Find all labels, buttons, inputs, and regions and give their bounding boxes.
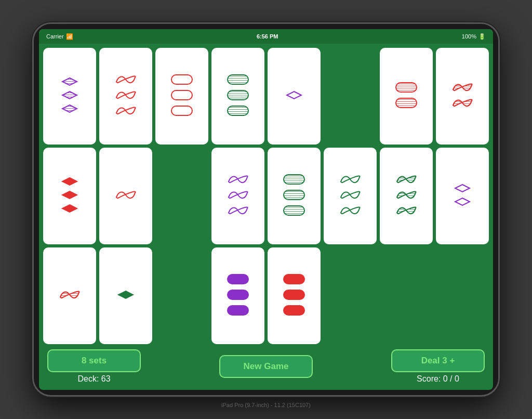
- svg-rect-55: [284, 206, 304, 215]
- squiggle-shape: [339, 174, 362, 187]
- empty-slot: [155, 247, 208, 344]
- carrier-label: Carrier: [46, 33, 64, 40]
- empty-slot: [380, 247, 433, 344]
- diamond-shape: [61, 177, 78, 188]
- svg-rect-20: [228, 75, 248, 84]
- svg-rect-17: [171, 106, 192, 115]
- card[interactable]: [99, 148, 152, 244]
- card[interactable]: [380, 48, 433, 145]
- svg-rect-26: [228, 106, 248, 115]
- score-info: Score: 0 / 0: [417, 374, 459, 384]
- new-game-group: New Game: [219, 355, 313, 378]
- status-bar: Carrier 📶 6:56 PM 100% 🔋: [39, 29, 493, 44]
- oval-shape: [395, 82, 418, 95]
- squiggle-shape: [58, 289, 81, 303]
- oval-shape: [283, 205, 305, 218]
- svg-rect-77: [228, 306, 248, 315]
- squiggle-shape: [114, 74, 137, 87]
- card[interactable]: [268, 247, 321, 344]
- wifi-icon: 📶: [66, 33, 73, 40]
- svg-rect-86: [284, 306, 304, 315]
- svg-marker-5: [62, 105, 77, 112]
- card[interactable]: [268, 48, 321, 145]
- battery-label: 100%: [462, 33, 476, 40]
- card[interactable]: [436, 48, 489, 145]
- status-time: 6:56 PM: [257, 33, 278, 40]
- new-game-button[interactable]: New Game: [219, 355, 313, 378]
- card[interactable]: [211, 48, 264, 145]
- squiggle-shape: [227, 189, 249, 203]
- oval-shape: [227, 89, 249, 103]
- deal-button[interactable]: Deal 3 +: [391, 349, 485, 372]
- card[interactable]: [380, 148, 433, 244]
- sets-group: 8 sets Deck: 63: [47, 349, 141, 384]
- card-grid: [43, 48, 489, 344]
- svg-marker-68: [118, 291, 133, 298]
- card[interactable]: [43, 48, 96, 145]
- device-model-label: iPad Pro (9.7-inch) - 11.2 (15C107): [32, 400, 500, 409]
- card[interactable]: [211, 247, 264, 344]
- svg-marker-40: [62, 191, 77, 199]
- svg-rect-34: [396, 98, 417, 108]
- card[interactable]: [211, 148, 264, 244]
- empty-slot: [436, 247, 489, 344]
- card[interactable]: [43, 247, 96, 344]
- empty-slot: [324, 247, 377, 344]
- diamond-shape: [454, 197, 471, 208]
- svg-rect-16: [171, 106, 192, 115]
- oval-shape: [227, 289, 249, 303]
- squiggle-shape: [451, 82, 474, 95]
- card[interactable]: [268, 148, 321, 244]
- squiggle-shape: [227, 205, 249, 218]
- controls-bar: 8 sets Deck: 63 New Game Deal 3 + Score:…: [43, 347, 489, 386]
- oval-shape: [170, 74, 193, 87]
- squiggle-shape: [395, 174, 418, 187]
- svg-rect-74: [228, 290, 248, 299]
- svg-rect-71: [228, 274, 248, 284]
- card[interactable]: [99, 247, 152, 344]
- diamond-shape: [286, 90, 302, 102]
- svg-rect-83: [284, 290, 304, 299]
- diamond-shape: [117, 290, 134, 302]
- card[interactable]: [436, 148, 489, 244]
- oval-shape: [227, 273, 249, 287]
- svg-marker-28: [287, 91, 301, 99]
- diamond-shape: [61, 90, 78, 102]
- card[interactable]: [155, 48, 208, 145]
- deal-group: Deal 3 + Score: 0 / 0: [391, 349, 485, 384]
- oval-shape: [170, 105, 193, 119]
- svg-marker-42: [62, 205, 77, 212]
- ipad-device: Carrier 📶 6:56 PM 100% 🔋: [32, 22, 500, 397]
- svg-rect-14: [171, 90, 192, 100]
- svg-marker-1: [62, 78, 77, 85]
- oval-shape: [283, 273, 305, 287]
- svg-rect-80: [284, 274, 304, 284]
- squiggle-shape: [395, 205, 418, 218]
- squiggle-shape: [114, 105, 137, 119]
- card[interactable]: [43, 148, 96, 244]
- svg-marker-3: [62, 91, 77, 99]
- svg-marker-63: [455, 185, 470, 192]
- svg-rect-31: [396, 83, 417, 92]
- oval-shape: [283, 289, 305, 303]
- oval-shape: [283, 305, 305, 318]
- squiggle-shape: [114, 189, 137, 203]
- battery-icon: 🔋: [478, 33, 486, 40]
- svg-marker-65: [455, 198, 470, 205]
- device-screen: Carrier 📶 6:56 PM 100% 🔋: [39, 29, 493, 390]
- diamond-shape: [61, 104, 78, 115]
- card[interactable]: [99, 48, 152, 145]
- status-battery: 100% 🔋: [462, 33, 486, 40]
- empty-slot: [324, 48, 377, 145]
- oval-shape: [283, 174, 305, 187]
- card[interactable]: [324, 148, 377, 244]
- diamond-shape: [454, 184, 471, 195]
- oval-shape: [283, 189, 305, 203]
- diamond-shape: [61, 190, 78, 202]
- svg-rect-10: [171, 75, 192, 84]
- squiggle-shape: [339, 205, 362, 218]
- svg-rect-49: [284, 175, 304, 184]
- oval-shape: [395, 97, 418, 111]
- sets-button[interactable]: 8 sets: [47, 349, 141, 372]
- status-carrier: Carrier 📶: [46, 33, 73, 40]
